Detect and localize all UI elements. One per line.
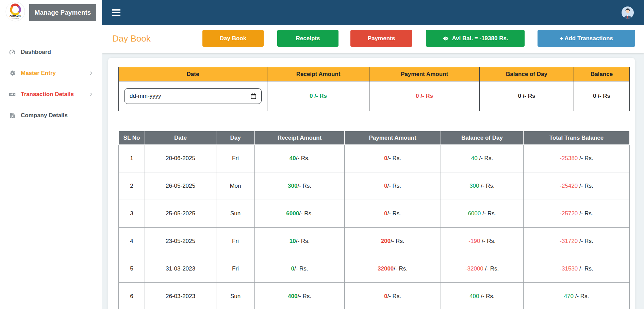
amount-value: -31530 (560, 265, 578, 272)
amount-suffix: /- Rs. (387, 293, 401, 299)
available-balance-button[interactable]: Avl Bal. = -19380 Rs. (426, 30, 525, 47)
amount-suffix: /- Rs. (296, 238, 310, 244)
date-cell: 25-05-2025 (145, 200, 216, 228)
payment-amount-cell: 32000/- Rs. (345, 255, 441, 283)
amount-value: -25420 (560, 183, 578, 189)
payment-amount-cell: 0/- Rs. (345, 200, 441, 228)
amount-value: -190 (468, 238, 480, 244)
amount-value: -32000 (465, 265, 483, 272)
amount-value: 6000 (286, 210, 299, 217)
balance-of-day-cell: -190 /- Rs. (441, 228, 524, 255)
filter-header-receipt-amount: Receipt Amount (267, 67, 369, 81)
table-row: 226-05-2025Mon300/- Rs.0/- Rs.300 /- Rs.… (119, 172, 630, 200)
eye-icon (442, 35, 449, 42)
amount-value: 400 (469, 293, 479, 299)
day-cell: Fri (216, 228, 255, 255)
amount-suffix: /- Rs. (578, 210, 593, 217)
sidebar-item-transaction-details[interactable]: Transaction Details (0, 84, 102, 105)
cash-icon (9, 91, 16, 98)
amount-value: -25380 (560, 155, 578, 161)
chevron-right-icon (89, 92, 94, 97)
amount-suffix: /- Rs. (478, 155, 493, 161)
add-transactions-button[interactable]: + Add Transactions (538, 30, 635, 47)
receipts-button[interactable]: Receipts (277, 30, 338, 47)
receipt-amount-cell: 400/- Rs. (255, 283, 345, 309)
amount-suffix: /- Rs. (578, 183, 593, 189)
amount-suffix: /- Rs. (387, 155, 401, 161)
filter-receipt-total: 0 /- Rs (267, 81, 369, 111)
user-avatar[interactable] (622, 6, 634, 19)
filter-header-payment-amount: Payment Amount (369, 67, 480, 81)
table-row: 423-05-2025Fri10/- Rs.200/- Rs.-190 /- R… (119, 228, 630, 255)
amount-suffix: /- Rs. (387, 183, 401, 189)
gauge-icon (9, 48, 16, 56)
filter-payment-total: 0 /- Rs (369, 81, 480, 111)
balance-of-day-cell: 40 /- Rs. (441, 145, 524, 172)
amount-suffix: /- Rs. (578, 265, 593, 272)
day-cell: Sun (216, 200, 255, 228)
hamburger-menu-icon[interactable] (112, 9, 120, 16)
sl-no-cell: 6 (119, 283, 145, 309)
filter-header-balance-of-day: Balance of Day (480, 67, 574, 81)
amount-value: 470 (564, 293, 574, 299)
sidebar-item-label: Company Details (21, 112, 68, 119)
top-navbar (102, 0, 644, 25)
day-cell: Sun (216, 283, 255, 309)
table-row: 325-05-2025Sun6000/- Rs.0/- Rs.6000 /- R… (119, 200, 630, 228)
total-trans-balance-cell: -25420 /- Rs. (524, 172, 630, 200)
amount-suffix: /- Rs. (480, 238, 495, 244)
transactions-table: SL No Date Day Receipt Amount Payment Am… (118, 131, 630, 309)
filter-header-balance: Balance (574, 67, 630, 81)
sidebar-menu: Dashboard Master Entry Transaction Detai… (0, 34, 102, 126)
transactions-header-row: SL No Date Day Receipt Amount Payment Am… (119, 131, 630, 145)
filter-header-row: Date Receipt Amount Payment Amount Balan… (119, 67, 630, 81)
filter-date-cell (119, 81, 267, 111)
date-cell: 26-03-2023 (145, 283, 216, 309)
content-card: Date Receipt Amount Payment Amount Balan… (108, 58, 635, 309)
day-cell: Fri (216, 255, 255, 283)
day-book-button[interactable]: Day Book (202, 30, 264, 47)
receipt-amount-cell: 0/- Rs. (255, 255, 345, 283)
table-row: 626-03-2023Sun400/- Rs.0/- Rs.400 /- Rs.… (119, 283, 630, 309)
date-cell: 26-05-2025 (145, 172, 216, 200)
page-title: Day Book (112, 33, 151, 44)
amount-suffix: /- Rs. (297, 183, 311, 189)
amount-suffix: /- Rs. (479, 183, 495, 189)
filter-summary-table: Date Receipt Amount Payment Amount Balan… (118, 67, 630, 111)
total-trans-balance-cell: 470 /- Rs. (524, 283, 630, 309)
receipt-amount-cell: 6000/- Rs. (255, 200, 345, 228)
payment-amount-cell: 0/- Rs. (345, 145, 441, 172)
page-header: Day Book Day Book Receipts Payments Avl … (102, 25, 644, 53)
amount-suffix: /- Rs. (481, 210, 496, 217)
table-row: 531-03-2023Fri0/- Rs.32000/- Rs.-32000 /… (119, 255, 630, 283)
sidebar-item-label: Master Entry (21, 70, 56, 77)
total-trans-balance-cell: -25720 /- Rs. (524, 200, 630, 228)
amount-value: 40 (471, 155, 478, 161)
payment-amount-cell: 0/- Rs. (345, 172, 441, 200)
sidebar-item-master-entry[interactable]: Master Entry (0, 63, 102, 84)
amount-suffix: /- Rs. (297, 293, 311, 299)
balance-of-day-cell: 6000 /- Rs. (441, 200, 524, 228)
table-row: 120-06-2025Fri40/- Rs.0/- Rs.40 /- Rs.-2… (119, 145, 630, 172)
sl-no-cell: 2 (119, 172, 145, 200)
sidebar-item-dashboard[interactable]: Dashboard (0, 42, 102, 63)
amount-value: 300 (469, 183, 479, 189)
payments-button[interactable]: Payments (350, 30, 412, 47)
balance-of-day-cell: 300 /- Rs. (441, 172, 524, 200)
amount-suffix: /- Rs. (391, 238, 404, 244)
amount-value: 32000 (378, 265, 394, 272)
date-input[interactable] (124, 88, 262, 104)
col-header-date: Date (145, 131, 216, 145)
svg-text:SLOGAN HERE: SLOGAN HERE (12, 18, 19, 19)
receipt-amount-cell: 10/- Rs. (255, 228, 345, 255)
sidebar-item-company-details[interactable]: Company Details (0, 105, 102, 126)
building-icon (9, 112, 16, 119)
svg-text:COMPANY: COMPANY (10, 15, 21, 17)
sl-no-cell: 5 (119, 255, 145, 283)
content-area: Date Receipt Amount Payment Amount Balan… (102, 53, 644, 309)
col-header-day: Day (216, 131, 255, 145)
col-header-receipt-amount: Receipt Amount (255, 131, 345, 145)
col-header-payment-amount: Payment Amount (345, 131, 441, 145)
date-cell: 20-06-2025 (145, 145, 216, 172)
amount-suffix: /- Rs. (483, 265, 499, 272)
